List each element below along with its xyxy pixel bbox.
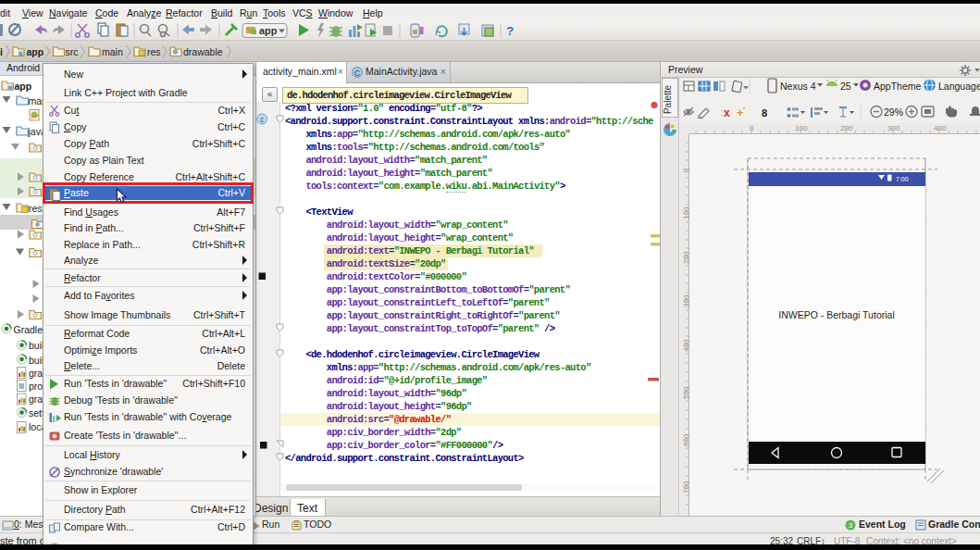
- svg-text:?: ?: [506, 24, 514, 38]
- svg-text:7:00: 7:00: [896, 176, 909, 182]
- svg-text:drawable: drawable: [183, 46, 223, 57]
- svg-text:x: x: [724, 106, 730, 119]
- svg-text:3: 3: [849, 521, 853, 530]
- svg-text:app: app: [259, 25, 278, 36]
- svg-text:src: src: [66, 46, 79, 57]
- svg-text:100: 100: [795, 124, 808, 132]
- svg-text:400: 400: [934, 124, 947, 132]
- svg-text:i: i: [0, 46, 3, 57]
- svg-text:app: app: [27, 46, 44, 57]
- svg-text:25: 25: [840, 81, 851, 92]
- svg-text:res: res: [147, 46, 161, 57]
- svg-text:AppTheme: AppTheme: [874, 81, 922, 92]
- svg-text:200: 200: [840, 124, 853, 132]
- svg-text:res: res: [29, 203, 43, 214]
- svg-text:8: 8: [762, 107, 767, 119]
- svg-text:+: +: [737, 106, 744, 119]
- svg-text:main: main: [102, 46, 123, 57]
- svg-text:29%: 29%: [884, 106, 903, 118]
- svg-text:Nexus 4: Nexus 4: [780, 81, 816, 92]
- svg-text:app: app: [15, 81, 32, 92]
- svg-text:300: 300: [887, 124, 900, 132]
- svg-text:INWEPO - Berbagi Tutorial: INWEPO - Berbagi Tutorial: [778, 309, 894, 320]
- svg-text:Language: Language: [938, 81, 980, 92]
